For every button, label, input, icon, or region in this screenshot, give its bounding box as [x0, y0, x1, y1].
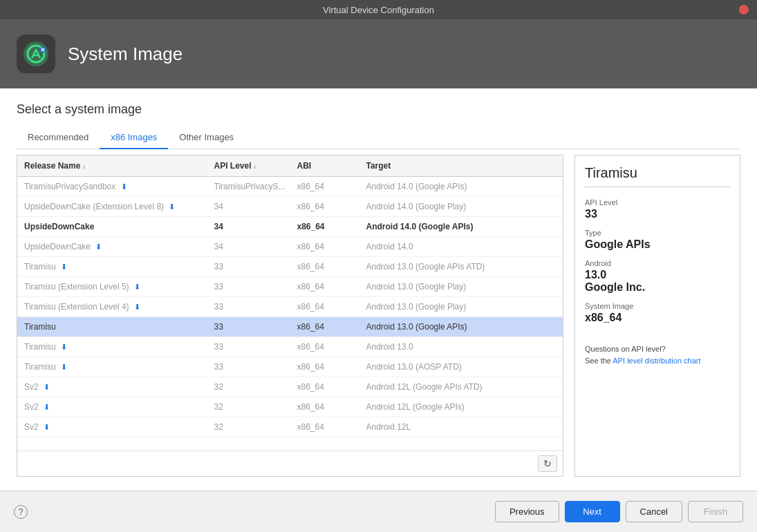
footer: ? Previous Next Cancel Finish: [0, 491, 757, 532]
tabs-container: Recommended x86 Images Other Images: [17, 126, 740, 149]
cell-name: Tiramisu ⬇: [24, 362, 214, 372]
download-icon[interactable]: ⬇: [61, 343, 67, 352]
api-level-label: API Level: [585, 198, 730, 207]
download-icon[interactable]: ⬇: [134, 283, 140, 292]
table-row[interactable]: Tiramisu ⬇ 33 x86_64 Android 13.0 (Googl…: [17, 257, 563, 277]
table-row[interactable]: Tiramisu (Extension Level 5) ⬇ 33 x86_64…: [17, 277, 563, 297]
cell-abi: x86_64: [297, 382, 366, 392]
help-button[interactable]: ?: [14, 505, 28, 519]
column-release-name[interactable]: Release Name: [24, 161, 214, 171]
cell-target: Android 12L (Google APIs): [366, 402, 557, 412]
title-bar: Virtual Device Configuration: [0, 0, 757, 19]
download-icon[interactable]: ⬇: [61, 363, 67, 372]
download-icon[interactable]: ⬇: [44, 383, 50, 392]
selected-image-title: Tiramisu: [585, 165, 730, 187]
table-row[interactable]: Tiramisu (Extension Level 4) ⬇ 33 x86_64…: [17, 297, 563, 317]
cell-abi: x86_64: [297, 182, 366, 191]
cell-api: 33: [214, 282, 297, 292]
cell-target: Android 12L (Google APIs ATD): [366, 382, 557, 392]
cell-abi: x86_64: [297, 242, 366, 251]
finish-button[interactable]: Finish: [688, 501, 743, 522]
cell-api: 34: [214, 242, 297, 251]
cell-name: Sv2 ⬇: [24, 402, 214, 412]
header: System Image: [0, 19, 757, 88]
android-version: 13.0: [585, 269, 730, 281]
table-row-selected[interactable]: Tiramisu 33 x86_64 Android 13.0 (Google …: [17, 317, 563, 337]
cell-name: Tiramisu (Extension Level 5) ⬇: [24, 282, 214, 292]
cell-abi: x86_64: [297, 362, 366, 372]
header-title: System Image: [68, 44, 183, 65]
cell-target: Android 14.0 (Google APIs): [366, 222, 557, 231]
table-row[interactable]: UpsideDownCake (Extension Level 8) ⬇ 34 …: [17, 197, 563, 217]
table-row[interactable]: UpsideDownCake 34 x86_64 Android 14.0 (G…: [17, 217, 563, 237]
cell-api: 33: [214, 342, 297, 352]
api-level-section: API Level 33: [585, 198, 730, 220]
cell-target: Android 13.0 (AOSP ATD): [366, 362, 557, 372]
tab-x86images[interactable]: x86 Images: [100, 126, 168, 149]
content-area: Release Name API Level ABI Target Tirami…: [17, 155, 740, 477]
cell-name: UpsideDownCake: [24, 222, 214, 231]
download-icon[interactable]: ⬇: [169, 202, 175, 211]
type-value: Google APIs: [585, 238, 730, 251]
table-row[interactable]: Sv2 ⬇ 32 x86_64 Android 12L (Google APIs…: [17, 377, 563, 397]
previous-button[interactable]: Previous: [495, 501, 559, 522]
cell-api: 34: [214, 202, 297, 211]
cell-target: Android 14.0: [366, 242, 557, 251]
cancel-button[interactable]: Cancel: [626, 501, 682, 522]
android-label: Android: [585, 259, 730, 267]
cell-api: 32: [214, 402, 297, 412]
download-icon[interactable]: ⬇: [44, 423, 50, 432]
cell-abi: x86_64: [297, 222, 366, 231]
cell-name: Tiramisu ⬇: [24, 342, 214, 352]
cell-abi: x86_64: [297, 322, 366, 332]
api-distribution-link[interactable]: API level distribution chart: [613, 357, 700, 365]
api-level-value: 33: [585, 208, 730, 220]
table-row[interactable]: Tiramisu ⬇ 33 x86_64 Android 13.0: [17, 337, 563, 357]
column-abi: ABI: [297, 161, 366, 171]
cell-name: Tiramisu (Extension Level 4) ⬇: [24, 302, 214, 312]
close-button[interactable]: [739, 5, 749, 15]
table-row[interactable]: TiramisuPrivacySandbox ⬇ TiramisuPrivacy…: [17, 177, 563, 197]
cell-target: Android 14.0 (Google APIs): [366, 182, 557, 191]
next-button[interactable]: Next: [565, 501, 620, 522]
table-row[interactable]: Sv2 ⬇ 32 x86_64 Android 12L: [17, 417, 563, 437]
cell-target: Android 13.0: [366, 342, 557, 352]
cell-abi: x86_64: [297, 262, 366, 272]
download-icon[interactable]: ⬇: [44, 403, 50, 412]
cell-name: UpsideDownCake (Extension Level 8) ⬇: [24, 202, 214, 211]
table-area: Release Name API Level ABI Target Tirami…: [17, 155, 563, 477]
download-icon[interactable]: ⬇: [61, 263, 67, 272]
android-section: Android 13.0 Google Inc.: [585, 259, 730, 294]
cell-api: 32: [214, 382, 297, 392]
table-row[interactable]: Tiramisu ⬇ 33 x86_64 Android 13.0 (AOSP …: [17, 357, 563, 377]
refresh-button[interactable]: ↻: [538, 455, 557, 472]
questions-text: Questions on API level? See the API leve…: [585, 343, 730, 366]
table-row[interactable]: Sv2 ⬇ 32 x86_64 Android 12L (Google APIs…: [17, 397, 563, 417]
cell-target: Android 13.0 (Google APIs ATD): [366, 262, 557, 272]
download-icon[interactable]: ⬇: [134, 303, 140, 312]
app-icon-container: [17, 35, 55, 73]
cell-api: 34: [214, 222, 297, 231]
cell-target: Android 13.0 (Google APIs): [366, 322, 557, 332]
tab-recommended[interactable]: Recommended: [17, 126, 100, 149]
download-icon[interactable]: ⬇: [121, 182, 127, 191]
tab-otherimages[interactable]: Other Images: [168, 126, 245, 149]
cell-api: 33: [214, 262, 297, 272]
cell-api: 32: [214, 422, 297, 432]
cell-target: Android 13.0 (Google Play): [366, 302, 557, 312]
type-label: Type: [585, 229, 730, 237]
cell-abi: x86_64: [297, 202, 366, 211]
download-icon[interactable]: ⬇: [95, 243, 102, 251]
type-section: Type Google APIs: [585, 229, 730, 251]
table-row[interactable]: UpsideDownCake ⬇ 34 x86_64 Android 14.0: [17, 237, 563, 257]
cell-target: Android 13.0 (Google Play): [366, 282, 557, 292]
column-api-level[interactable]: API Level: [214, 161, 297, 171]
table-header: Release Name API Level ABI Target: [17, 155, 563, 177]
cell-abi: x86_64: [297, 282, 366, 292]
cell-api: 33: [214, 322, 297, 332]
system-image-value: x86_64: [585, 312, 730, 324]
cell-name: Tiramisu: [24, 322, 214, 332]
android-studio-icon: [22, 40, 50, 68]
table-body: TiramisuPrivacySandbox ⬇ TiramisuPrivacy…: [17, 177, 563, 450]
window-title: Virtual Device Configuration: [323, 5, 434, 15]
